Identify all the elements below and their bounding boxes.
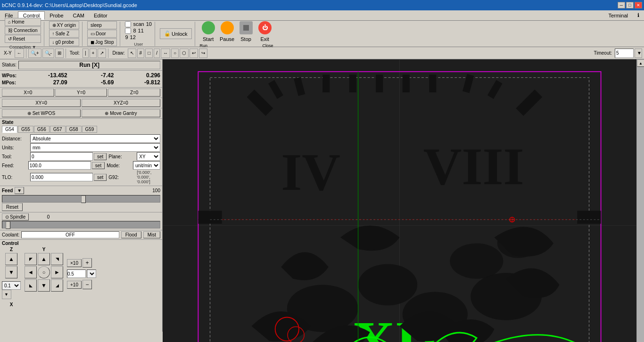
draw-circle-btn[interactable]: ○ [171,49,179,58]
feed-reset-btn[interactable]: Reset [2,203,23,211]
connection-button[interactable]: ⛓ Connection [5,26,41,34]
jog-stop-button[interactable]: ◼ Jog Stop [87,38,117,46]
minimize-button[interactable]: ─ [618,2,625,8]
spindle-slider-thumb[interactable] [6,221,10,229]
spindle-slider-track[interactable] [2,221,160,228]
door-button[interactable]: ▭ Door [87,30,117,38]
feed-input[interactable] [28,161,91,170]
stop-button[interactable] [238,19,255,36]
mult10-button[interactable]: ×10 [67,259,82,267]
exit-button[interactable]: ⏻ [256,19,273,36]
xy-origin-button[interactable]: ⊕ XY origin [49,21,79,29]
sleep-button[interactable]: sleep [87,21,117,29]
draw-line-btn[interactable]: / [154,49,160,58]
mult-input[interactable] [67,269,86,278]
draw-rect-btn[interactable]: □ [145,49,153,58]
feed-dropdown-btn[interactable]: ▼ [15,187,24,194]
tab-g57[interactable]: G57 [50,126,66,133]
draw-move-btn[interactable]: ↔ [161,49,170,58]
z-up-button[interactable]: ▲ [5,253,17,265]
move-gantry-button[interactable]: ⊕ Move Gantry [82,109,160,117]
plane-select[interactable]: XY [137,152,160,161]
distance-select[interactable]: Absolute [30,134,160,143]
left-button[interactable]: ◄ [25,266,37,278]
sep3 [108,49,108,58]
menu-probe[interactable]: Probe [45,12,68,19]
x0-button[interactable]: X=0 [2,89,54,97]
feed-set-btn[interactable]: set [92,162,105,169]
tlo-input[interactable] [30,173,93,181]
step-select[interactable]: 0.1 [2,281,21,290]
val12-label: 12 [130,34,136,40]
canvas-area[interactable]: IV VIII XII [163,59,636,342]
right-button[interactable]: ► [51,266,63,278]
up-button[interactable]: ▲ [38,253,50,265]
draw-polygon-btn[interactable]: ⬡ [180,49,189,58]
flood-button[interactable]: Flood [121,231,141,238]
plus-button[interactable]: + [83,258,92,268]
v-scrollbar[interactable]: ▲ ▼ [636,59,644,342]
feed-slider-track[interactable] [2,195,160,203]
tab-g58[interactable]: G58 [66,126,82,133]
step-dropdown-btn[interactable]: ▼ [2,290,11,299]
dl-button[interactable]: ◣ [25,279,37,292]
z-down-button[interactable]: ▼ [5,266,17,278]
tool-select-btn[interactable]: | [83,49,89,58]
draw-undo-btn[interactable]: ↩ [190,49,198,58]
tool-set-btn[interactable]: set [94,153,107,160]
timeout-value[interactable]: 5 [615,49,634,58]
mult-inc-button[interactable]: +10 [67,281,82,289]
down-button[interactable]: ▼ [38,279,50,292]
mode-select[interactable]: unit/min [133,161,160,170]
ul-button[interactable]: ◤ [25,253,37,265]
tool-arrow-btn[interactable]: ↗ [98,49,106,58]
menu-info[interactable]: ℹ [633,11,644,19]
units-select[interactable]: mm [30,143,160,152]
tool-input[interactable] [30,152,93,161]
safe-z-button[interactable]: ↑ Safe Z [49,30,79,38]
tab-g55[interactable]: G55 [18,126,33,133]
maximize-button[interactable]: □ [626,2,634,8]
spindle-button[interactable]: ⊙ Spindle [2,213,29,220]
zoom-out-btn[interactable]: 🔍- [42,49,54,58]
minus-button[interactable]: − [83,280,92,289]
xy-icon: ⊕ [52,23,56,28]
tab-g54[interactable]: G54 [2,126,17,133]
ur-button[interactable]: ◥ [51,253,63,265]
start-button[interactable] [200,19,217,36]
pause-button[interactable] [219,19,236,36]
zoom-fit-btn[interactable]: ⊞ [55,49,64,58]
zoom-in-btn[interactable]: 🔍+ [28,49,41,58]
tb2-arrow-btn[interactable]: ← [15,49,24,58]
tlo-set-btn[interactable]: set [94,174,107,181]
xyz0-button[interactable]: XYZ=0 [82,99,160,107]
menu-terminal[interactable]: Terminal [603,12,633,19]
menu-cam[interactable]: CAM [68,12,89,19]
xy0-button[interactable]: XY=0 [2,99,81,107]
feed-slider-thumb[interactable] [81,195,86,203]
scroll-v-track[interactable] [637,67,644,342]
draw-cursor-btn[interactable]: ↖ [128,49,136,58]
g0-probe-button[interactable]: ↓ g0 probe [49,38,79,46]
reset-button[interactable]: ↺ Reset [5,35,41,43]
tab-g56[interactable]: G56 [34,126,50,133]
dr-button[interactable]: ◢ [51,279,63,292]
mult-select[interactable]: ▼ [87,269,96,278]
menu-editor[interactable]: Editor [89,12,112,19]
z0-button[interactable]: Z=0 [108,89,160,97]
home-button[interactable]: ⌂ Home [5,18,41,26]
scan-checkbox[interactable] [125,21,131,27]
draw-redo-btn[interactable]: ↪ [199,49,207,58]
timeout-dropdown-btn[interactable]: ▼ [635,49,642,58]
sep1 [26,49,26,58]
y0-button[interactable]: Y=0 [55,89,107,97]
set-wpos-button[interactable]: ⊕ Set WPOS [2,109,81,117]
draw-grid-btn[interactable]: # [137,49,145,58]
val8-checkbox[interactable] [125,28,131,34]
mist-button[interactable]: Mist [143,231,160,238]
scroll-up-btn[interactable]: ▲ [637,59,644,67]
close-window-button[interactable]: ✕ [635,2,642,8]
tool-cross-btn[interactable]: + [90,49,97,58]
unlock-button[interactable]: 🔓 Unlock [160,28,192,39]
tab-g59[interactable]: G59 [82,126,98,133]
